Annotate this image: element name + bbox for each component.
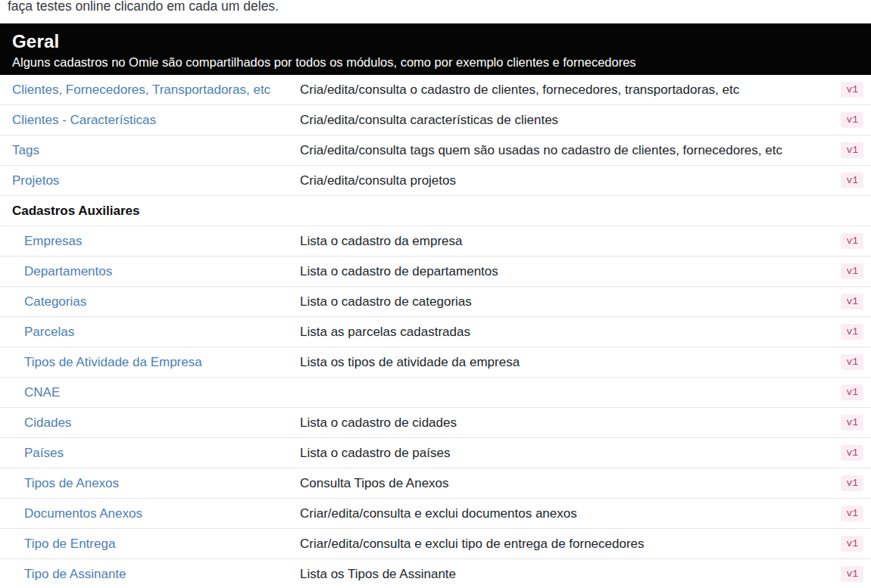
table-row: ProjetosCria/edita/consulta projetosv1 (0, 166, 871, 196)
endpoint-link-cell: Tipos de Anexos (12, 476, 300, 491)
endpoint-description: Consulta Tipos de Anexos (300, 476, 841, 491)
version-badge: v1 (841, 294, 863, 310)
table-row: Tipo de AssinanteLista os Tipos de Assin… (0, 559, 871, 588)
version-badge: v1 (841, 475, 863, 491)
endpoint-link[interactable]: Tipo de Entrega (24, 537, 115, 551)
version-badge: v1 (841, 354, 863, 370)
version-badge: v1 (841, 506, 863, 521)
api-table: Clientes, Fornecedores, Transportadoras,… (0, 75, 871, 588)
table-row: Tipos de Atividade da EmpresaLista os ti… (0, 347, 871, 378)
endpoint-link[interactable]: Tipos de Atividade da Empresa (24, 355, 202, 369)
endpoint-description: Cria/edita/consulta características de c… (300, 113, 841, 128)
endpoint-link-cell: Tipo de Entrega (12, 537, 300, 552)
endpoint-link-cell: Departamentos (12, 264, 300, 279)
version-badge: v1 (841, 566, 863, 582)
endpoint-description: Cria/edita/consulta o cadastro de client… (300, 82, 841, 98)
endpoint-link-cell: Cidades (12, 415, 300, 431)
version-badge: v1 (841, 112, 863, 128)
endpoint-link-cell: Parcelas (12, 325, 300, 340)
endpoint-link[interactable]: Documentos Anexos (24, 506, 142, 521)
endpoint-link[interactable]: CNAE (24, 385, 60, 400)
endpoint-link[interactable]: Cidades (24, 415, 71, 430)
endpoint-link[interactable]: Departamentos (24, 264, 112, 278)
table-row: Tipo de EntregaCriar/edita/consulta e ex… (0, 529, 871, 559)
endpoint-description: Lista o cadastro de departamentos (300, 264, 841, 279)
version-badge: v1 (841, 536, 863, 552)
endpoint-link[interactable]: Clientes, Fornecedores, Transportadoras,… (12, 82, 270, 97)
table-row: Clientes - CaracterísticasCria/edita/con… (0, 105, 871, 135)
version-badge: v1 (841, 415, 863, 431)
version-badge: v1 (841, 324, 863, 340)
endpoint-link-cell: Projetos (12, 173, 300, 188)
endpoint-link-cell: Tipos de Atividade da Empresa (12, 355, 300, 370)
endpoint-link[interactable]: Tipos de Anexos (24, 476, 119, 490)
endpoint-description: Lista o cadastro de países (300, 446, 841, 461)
version-badge: v1 (841, 82, 863, 98)
endpoint-description: Lista os Tipos de Assinante (300, 567, 841, 582)
endpoint-link-cell: Países (12, 446, 300, 461)
table-row: ParcelasLista as parcelas cadastradasv1 (0, 317, 871, 347)
section-header: Geral Alguns cadastros no Omie são compa… (0, 23, 871, 75)
endpoint-link[interactable]: Tags (12, 143, 39, 157)
group-label: Cadastros Auxiliares (12, 204, 863, 219)
endpoint-link[interactable]: Empresas (24, 234, 83, 248)
version-badge: v1 (841, 445, 863, 461)
table-row: DepartamentosLista o cadastro de departa… (0, 257, 871, 287)
endpoint-link[interactable]: Parcelas (24, 325, 74, 339)
version-badge: v1 (841, 233, 863, 249)
version-badge: v1 (841, 173, 863, 188)
endpoint-link-cell: CNAE (12, 385, 300, 400)
table-row: CategoriasLista o cadastro de categorias… (0, 287, 871, 317)
endpoint-link-cell: Empresas (12, 234, 300, 249)
table-row: Clientes, Fornecedores, Transportadoras,… (0, 75, 871, 105)
endpoint-link[interactable]: Projetos (12, 173, 59, 188)
endpoint-description: Lista as parcelas cadastradas (300, 325, 841, 340)
endpoint-link-cell: Tipo de Assinante (12, 567, 300, 582)
table-group-row: Cadastros Auxiliares (0, 196, 871, 226)
endpoint-description: Criar/edita/consulta e exclui tipo de en… (300, 537, 841, 552)
endpoint-link[interactable]: Categorias (24, 294, 86, 309)
table-row: EmpresasLista o cadastro da empresav1 (0, 226, 871, 257)
version-badge: v1 (841, 384, 863, 400)
endpoint-link[interactable]: Países (24, 446, 64, 460)
endpoint-link-cell: Clientes, Fornecedores, Transportadoras,… (12, 82, 300, 98)
table-row: CidadesLista o cadastro de cidadesv1 (0, 408, 871, 438)
version-badge: v1 (841, 263, 863, 279)
endpoint-link-cell: Categorias (12, 294, 300, 310)
table-row: TagsCria/edita/consulta tags quem são us… (0, 135, 871, 166)
endpoint-description: Lista o cadastro da empresa (300, 234, 841, 249)
intro-text: faça testes online clicando em cada um d… (8, 0, 871, 14)
section-title: Geral (12, 31, 859, 52)
table-row: PaísesLista o cadastro de paísesv1 (0, 438, 871, 468)
endpoint-description: Cria/edita/consulta tags quem são usadas… (300, 143, 841, 158)
endpoint-description: Lista o cadastro de categorias (300, 294, 841, 310)
table-row: CNAEv1 (0, 378, 871, 408)
endpoint-description: Cria/edita/consulta projetos (300, 173, 841, 188)
endpoint-description: Lista o cadastro de cidades (300, 415, 841, 431)
table-row: Tipos de AnexosConsulta Tipos de Anexosv… (0, 468, 871, 499)
endpoint-link-cell: Tags (12, 143, 300, 158)
endpoint-link[interactable]: Clientes - Características (12, 113, 156, 127)
endpoint-link-cell: Documentos Anexos (12, 506, 300, 521)
endpoint-description: Lista os tipos de atividade da empresa (300, 355, 841, 370)
endpoint-link-cell: Clientes - Características (12, 113, 300, 128)
endpoint-link[interactable]: Tipo de Assinante (24, 567, 126, 581)
endpoint-description: Criar/edita/consulta e exclui documentos… (300, 506, 841, 521)
table-row: Documentos AnexosCriar/edita/consulta e … (0, 499, 871, 529)
section-subtitle: Alguns cadastros no Omie são compartilha… (12, 54, 859, 70)
version-badge: v1 (841, 142, 863, 158)
